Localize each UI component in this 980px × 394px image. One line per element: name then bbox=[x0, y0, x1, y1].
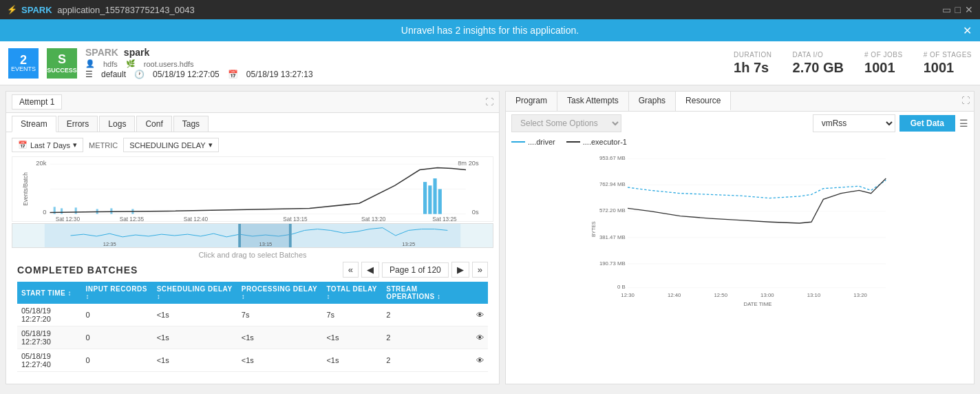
svg-text:Sat 12:30: Sat 12:30 bbox=[56, 216, 81, 221]
expand-right-icon[interactable]: ⛶ bbox=[957, 92, 974, 111]
svg-text:12:35: 12:35 bbox=[103, 241, 116, 247]
options-select[interactable]: Select Some Options bbox=[511, 114, 621, 132]
next-page-button[interactable]: ▶ bbox=[451, 262, 469, 278]
svg-text:0 B: 0 B bbox=[617, 284, 626, 290]
mini-chart[interactable]: 12:35 13:15 13:25 bbox=[12, 223, 493, 248]
tab-resource[interactable]: Resource bbox=[676, 92, 731, 111]
close-icon[interactable]: ✕ bbox=[965, 4, 973, 15]
calendar-icon: 📅 bbox=[228, 70, 238, 79]
tab-program[interactable]: Program bbox=[506, 92, 557, 111]
svg-text:190.73 MB: 190.73 MB bbox=[599, 260, 626, 267]
col-processing-delay[interactable]: PROCESSING DELAY ↕ bbox=[237, 282, 323, 304]
brand-title: SPARK application_1557837752143_0043 bbox=[21, 5, 195, 15]
svg-text:0s: 0s bbox=[472, 209, 479, 216]
svg-text:12:50: 12:50 bbox=[714, 292, 728, 298]
legend-executor-color bbox=[566, 141, 580, 143]
path-icon: 🌿 bbox=[126, 59, 136, 68]
spark-icon: ⚡ bbox=[7, 5, 17, 14]
metric-select-dropdown[interactable]: SCHEDULING DELAY ▾ bbox=[123, 138, 218, 152]
svg-rect-12 bbox=[110, 208, 112, 214]
left-panel: Attempt 1 ⛶ Stream Errors Logs Conf Tags… bbox=[6, 91, 500, 384]
metric-label: METRIC bbox=[89, 141, 118, 149]
maximize-icon[interactable]: □ bbox=[955, 4, 961, 15]
legend-executor-label: ....executor-1 bbox=[583, 138, 627, 146]
stat-data-io: DATA I/O 2.70 GB bbox=[793, 51, 844, 76]
resource-chart-container: 953.67 MB 762.94 MB 572.20 MB 381.47 MB … bbox=[506, 149, 974, 384]
svg-rect-27 bbox=[289, 224, 292, 247]
svg-rect-26 bbox=[238, 224, 241, 247]
env-icon: ☰ bbox=[85, 70, 93, 79]
legend-driver-label: ....driver bbox=[528, 138, 555, 146]
insight-close-button[interactable]: ✕ bbox=[963, 24, 972, 37]
get-data-button[interactable]: Get Data bbox=[899, 115, 955, 132]
col-stream-operations[interactable]: STREAM OPERATIONS ↕ bbox=[382, 282, 472, 304]
row-detail-icon[interactable]: 👁 bbox=[472, 304, 488, 326]
batches-section: COMPLETED BATCHES « ◀ Page 1 of 120 ▶ » … bbox=[12, 262, 493, 377]
col-start-time[interactable]: START TIME ↕ bbox=[17, 282, 82, 304]
stats-section: DURATION 1h 7s DATA I/O 2.70 GB # OF JOB… bbox=[734, 51, 972, 76]
tab-logs[interactable]: Logs bbox=[99, 116, 135, 132]
resource-chart-svg: 953.67 MB 762.94 MB 572.20 MB 381.47 MB … bbox=[511, 152, 968, 331]
top-bar-left: ⚡ SPARK application_1557837752143_0043 bbox=[7, 5, 195, 15]
app-info: SPARK spark 👤 hdfs 🌿 root.users.hdfs ☰ d… bbox=[85, 47, 725, 79]
col-input-records[interactable]: INPUT RECORDS ↕ bbox=[82, 282, 153, 304]
col-total-delay[interactable]: TOTAL DELAY ↕ bbox=[322, 282, 382, 304]
metric-dropdown[interactable]: vmRss bbox=[813, 114, 895, 132]
svg-text:13:00: 13:00 bbox=[760, 292, 774, 298]
svg-text:953.67 MB: 953.67 MB bbox=[599, 155, 626, 161]
success-badge: S SUCCESS bbox=[47, 48, 77, 79]
date-picker[interactable]: 📅 Last 7 Days ▾ bbox=[12, 138, 83, 152]
minimize-icon[interactable]: ▭ bbox=[942, 4, 951, 15]
chevron-down-icon: ▾ bbox=[209, 141, 213, 149]
first-page-button[interactable]: « bbox=[343, 262, 359, 278]
insight-message: Unravel has 2 insights for this applicat… bbox=[401, 25, 579, 36]
chart-legend: ....driver ....executor-1 bbox=[506, 135, 974, 149]
events-badge: 2 EVENTS bbox=[8, 48, 39, 79]
main-content: Attempt 1 ⛶ Stream Errors Logs Conf Tags… bbox=[0, 85, 980, 390]
expand-icon[interactable]: ⛶ bbox=[485, 97, 493, 107]
app-header: 2 EVENTS S SUCCESS SPARK spark 👤 hdfs 🌿 … bbox=[0, 41, 980, 85]
attempt-tab[interactable]: Attempt 1 bbox=[12, 94, 62, 110]
app-name: SPARK spark bbox=[85, 47, 725, 58]
svg-rect-9 bbox=[61, 208, 63, 214]
user-icon: 👤 bbox=[85, 59, 95, 68]
svg-text:20k: 20k bbox=[36, 160, 46, 167]
svg-rect-16 bbox=[433, 178, 436, 214]
app-meta: 👤 hdfs 🌿 root.users.hdfs bbox=[85, 59, 725, 68]
svg-text:13:25: 13:25 bbox=[402, 241, 415, 247]
hamburger-icon[interactable]: ☰ bbox=[959, 118, 968, 129]
tab-errors[interactable]: Errors bbox=[58, 116, 98, 132]
tab-tags[interactable]: Tags bbox=[173, 116, 209, 132]
svg-text:572.20 MB: 572.20 MB bbox=[599, 207, 626, 214]
batches-header: COMPLETED BATCHES « ◀ Page 1 of 120 ▶ » bbox=[17, 262, 488, 278]
svg-rect-17 bbox=[438, 189, 442, 214]
svg-text:Sat 13:20: Sat 13:20 bbox=[361, 216, 386, 221]
svg-text:Sat 12:35: Sat 12:35 bbox=[120, 216, 145, 221]
svg-text:381.47 MB: 381.47 MB bbox=[599, 234, 626, 240]
row-detail-icon[interactable]: 👁 bbox=[472, 326, 488, 349]
date-range-label: Last 7 Days bbox=[30, 141, 70, 149]
col-scheduling-delay[interactable]: SCHEDULING DELAY ↕ bbox=[153, 282, 237, 304]
row-detail-icon[interactable]: 👁 bbox=[472, 349, 488, 372]
window-controls[interactable]: ▭ □ ✕ bbox=[942, 4, 973, 15]
tab-stream[interactable]: Stream bbox=[12, 116, 56, 132]
batches-table: START TIME ↕ INPUT RECORDS ↕ SCHEDULING … bbox=[17, 282, 488, 372]
pagination: « ◀ Page 1 of 120 ▶ » bbox=[343, 262, 488, 278]
right-top-controls: Select Some Options vmRss Get Data ☰ bbox=[506, 112, 974, 135]
prev-page-button[interactable]: ◀ bbox=[361, 262, 379, 278]
legend-driver-color bbox=[511, 141, 525, 143]
main-chart: 20k 0 Events/Batch 8m 20s 0s bbox=[12, 156, 493, 222]
chart-controls: 📅 Last 7 Days ▾ METRIC SCHEDULING DELAY … bbox=[12, 138, 493, 152]
last-page-button[interactable]: » bbox=[472, 262, 488, 278]
legend-driver: ....driver bbox=[511, 138, 555, 146]
tab-task-attempts[interactable]: Task Attempts bbox=[557, 92, 629, 111]
right-tabs: Program Task Attempts Graphs Resource ⛶ bbox=[506, 92, 974, 112]
top-bar: ⚡ SPARK application_1557837752143_0043 ▭… bbox=[0, 0, 980, 19]
tab-graphs[interactable]: Graphs bbox=[629, 92, 676, 111]
app-meta-row: ☰ default 🕐 05/18/19 12:27:05 📅 05/18/19… bbox=[85, 70, 725, 79]
tab-conf[interactable]: Conf bbox=[136, 116, 171, 132]
table-row: 05/18/19 12:27:30 0 <1s <1s <1s 2 👁 bbox=[17, 326, 488, 349]
chart-area: 📅 Last 7 Days ▾ METRIC SCHEDULING DELAY … bbox=[6, 132, 499, 384]
svg-text:Events/Batch: Events/Batch bbox=[23, 172, 29, 206]
svg-text:Sat 13:15: Sat 13:15 bbox=[283, 216, 308, 221]
